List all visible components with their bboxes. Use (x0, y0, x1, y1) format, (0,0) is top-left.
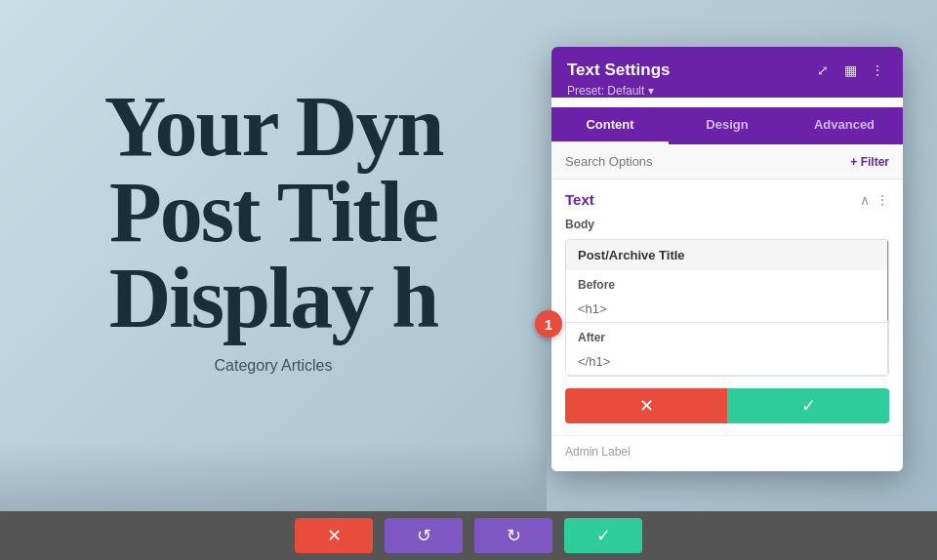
body-label: Body (551, 214, 903, 239)
admin-label-area: Admin Label (551, 435, 903, 471)
collapse-button[interactable]: ∧ (860, 192, 870, 208)
tab-advanced[interactable]: Advanced (786, 107, 903, 144)
bottom-undo-button[interactable]: ↺ (385, 518, 463, 553)
panel-title: Text Settings (567, 60, 670, 80)
search-input[interactable] (565, 154, 850, 169)
section-more-button[interactable]: ⋮ (876, 192, 889, 208)
hero-line2: Post Title (104, 170, 443, 256)
scroll-thumb (887, 240, 889, 321)
panel-search: + Filter (551, 144, 903, 180)
bottom-bar: ✕ ↺ ↻ ✓ (0, 511, 937, 560)
scroll-indicator (887, 240, 889, 376)
expand-icon[interactable]: ⤢ (813, 60, 833, 80)
filter-button[interactable]: + Filter (850, 155, 889, 169)
panel-header-icons: ⤢ ▦ ⋮ (813, 60, 887, 80)
tab-design[interactable]: Design (669, 107, 786, 144)
hero-title: Your Dyn Post Title Display h (104, 84, 443, 341)
panel-cancel-button[interactable]: ✕ (565, 388, 727, 423)
grid-icon[interactable]: ▦ (840, 60, 860, 80)
bottom-redo-button[interactable]: ↻ (474, 518, 552, 553)
after-label: After (566, 323, 888, 348)
before-input[interactable] (566, 296, 888, 323)
panel-preset[interactable]: Preset: Default ▾ (567, 84, 887, 98)
bottom-cancel-button[interactable]: ✕ (295, 518, 373, 553)
step-badge: 1 (535, 310, 562, 338)
section-header: Text ∧ ⋮ (551, 180, 903, 214)
section-title: Text (565, 191, 594, 208)
section-controls: ∧ ⋮ (860, 192, 889, 208)
dynamic-field-container: Post/Archive Title Before After (565, 239, 889, 377)
after-input[interactable] (566, 348, 888, 376)
settings-panel: Text Settings ⤢ ▦ ⋮ Preset: Default ▾ Co… (551, 47, 903, 471)
admin-label-text: Admin Label (565, 445, 631, 459)
panel-confirm-button[interactable]: ✓ (727, 388, 889, 423)
hero-line1: Your Dyn (104, 84, 443, 170)
bottom-save-button[interactable]: ✓ (564, 518, 642, 553)
dynamic-field-title: Post/Archive Title (578, 248, 685, 262)
hero-subtitle: Category Articles (215, 357, 333, 375)
panel-action-row: ✕ ✓ (565, 388, 889, 423)
more-icon[interactable]: ⋮ (868, 60, 887, 80)
tab-content[interactable]: Content (551, 107, 669, 144)
panel-body: Text ∧ ⋮ Body Post/Archive Title Before … (551, 180, 903, 471)
panel-header-top: Text Settings ⤢ ▦ ⋮ (567, 60, 887, 80)
dynamic-field-header: Post/Archive Title (566, 240, 888, 270)
panel-header: Text Settings ⤢ ▦ ⋮ Preset: Default ▾ (551, 47, 903, 98)
panel-tabs: Content Design Advanced (551, 107, 903, 144)
hero-area: Your Dyn Post Title Display h Category A… (0, 0, 547, 459)
before-label: Before (566, 270, 888, 296)
hero-line3: Display h (104, 256, 443, 341)
